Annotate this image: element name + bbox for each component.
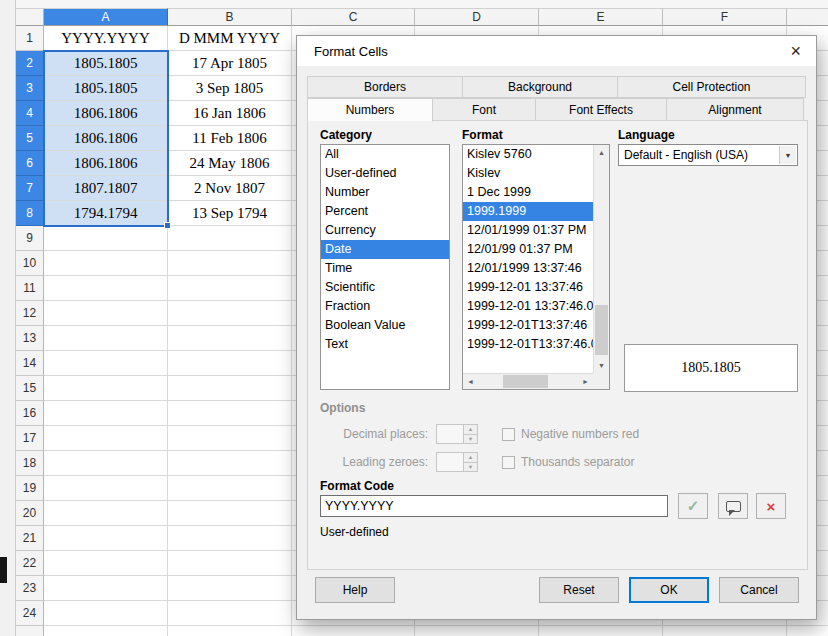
row-header-9[interactable]: 9 [16,226,44,251]
cell-B19[interactable] [168,476,292,501]
category-item-all[interactable]: All [321,145,449,164]
cell-B17[interactable] [168,426,292,451]
delete-format-button[interactable]: × [756,493,786,519]
cell-A22[interactable] [44,551,168,576]
reset-button[interactable]: Reset [539,577,619,603]
leading-zeroes-spinner[interactable]: ▲ ▼ [436,452,478,472]
row-header-7[interactable]: 7 [16,176,44,201]
cell-B3[interactable]: 3 Sep 1805 [168,76,292,101]
cell-A1[interactable]: YYYY.YYYY [44,26,168,51]
cell-B11[interactable] [168,276,292,301]
cell-A5[interactable]: 1806.1806 [44,126,168,151]
cell-B23[interactable] [168,576,292,601]
cell-A21[interactable] [44,526,168,551]
row-header-1[interactable]: 1 [16,26,44,51]
row-header-3[interactable]: 3 [16,76,44,101]
format-code-input[interactable] [320,495,668,517]
scroll-left-icon[interactable]: ◄ [463,374,478,389]
tab-font-effects[interactable]: Font Effects [535,98,667,121]
cell-A14[interactable] [44,351,168,376]
horizontal-scroll-thumb[interactable] [503,375,548,388]
cell-C[interactable] [292,626,415,636]
cell-B18[interactable] [168,451,292,476]
cell-A17[interactable] [44,426,168,451]
cell-A15[interactable] [44,376,168,401]
category-list[interactable]: AllUser-definedNumberPercentCurrencyDate… [320,144,450,390]
cell-partial[interactable] [787,626,828,636]
scroll-right-icon[interactable]: ► [578,374,593,389]
cell-B24[interactable] [168,601,292,626]
row-header-17[interactable]: 17 [16,426,44,451]
decimal-places-spinner[interactable]: ▲ ▼ [436,424,478,444]
cell-A6[interactable]: 1806.1806 [44,151,168,176]
cell-B1[interactable]: D MMM YYYY [168,26,292,51]
cell-B6[interactable]: 24 May 1806 [168,151,292,176]
format-vertical-scrollbar[interactable]: ▲ ▼ [593,145,609,373]
format-item-12-01-99-01-37-pm[interactable]: 12/01/99 01:37 PM [463,240,593,259]
tab-alignment[interactable]: Alignment [666,98,804,121]
row-header-6[interactable]: 6 [16,151,44,176]
spin-up-icon[interactable]: ▲ [464,425,477,435]
cell-B12[interactable] [168,301,292,326]
cell-A23[interactable] [44,576,168,601]
cell-B21[interactable] [168,526,292,551]
tab-borders[interactable]: Borders [307,76,463,98]
row-header-11[interactable]: 11 [16,276,44,301]
cell-B14[interactable] [168,351,292,376]
row-header-22[interactable]: 22 [16,551,44,576]
column-header-f[interactable]: F [663,8,787,26]
row-header-2[interactable]: 2 [16,51,44,76]
format-item-12-01-1999-13-37-46[interactable]: 12/01/1999 13:37:46 [463,259,593,278]
cell-D[interactable] [415,626,539,636]
row-header-partial[interactable] [16,626,44,636]
row-header-10[interactable]: 10 [16,251,44,276]
spin-up-icon[interactable]: ▲ [464,453,477,463]
format-list[interactable]: Kislev 5760Kislev1 Dec 19991999.199912/0… [462,144,610,390]
tab-background[interactable]: Background [462,76,618,98]
cell-B15[interactable] [168,376,292,401]
category-item-currency[interactable]: Currency [321,221,449,240]
row-header-21[interactable]: 21 [16,526,44,551]
cell-B8[interactable]: 13 Sep 1794 [168,201,292,226]
row-header-13[interactable]: 13 [16,326,44,351]
column-header-b[interactable]: B [168,8,292,26]
row-header-5[interactable]: 5 [16,126,44,151]
format-item-1999-12-01-13-37-46-000[interactable]: 1999-12-01 13:37:46.000 [463,297,593,316]
column-header-d[interactable]: D [415,8,539,26]
cell-A4[interactable]: 1806.1806 [44,101,168,126]
close-icon[interactable]: × [790,40,801,62]
cancel-button[interactable]: Cancel [719,577,799,603]
tab-numbers[interactable]: Numbers [307,98,433,122]
format-item-1999-1999[interactable]: 1999.1999 [463,202,593,221]
cell-A7[interactable]: 1807.1807 [44,176,168,201]
cell-B2[interactable]: 17 Apr 1805 [168,51,292,76]
cell-A3[interactable]: 1805.1805 [44,76,168,101]
category-item-fraction[interactable]: Fraction [321,297,449,316]
column-header-a[interactable]: A [44,8,168,26]
cell-A11[interactable] [44,276,168,301]
cell-A18[interactable] [44,451,168,476]
cell-F[interactable] [663,626,787,636]
cell-B16[interactable] [168,401,292,426]
cell-A10[interactable] [44,251,168,276]
cell-B5[interactable]: 11 Feb 1806 [168,126,292,151]
add-comment-button[interactable] [718,493,748,519]
row-header-4[interactable]: 4 [16,101,44,126]
tab-cell-protection[interactable]: Cell Protection [617,76,806,98]
column-header-e[interactable]: E [539,8,663,26]
cell-B20[interactable] [168,501,292,526]
tab-font[interactable]: Font [432,98,536,121]
format-item-1999-12-01-13-37-46[interactable]: 1999-12-01 13:37:46 [463,278,593,297]
column-header-partial[interactable] [787,8,828,26]
cell-B4[interactable]: 16 Jan 1806 [168,101,292,126]
cell-A16[interactable] [44,401,168,426]
cell-A13[interactable] [44,326,168,351]
format-item-kislev[interactable]: Kislev [463,164,593,183]
category-item-number[interactable]: Number [321,183,449,202]
cell-B10[interactable] [168,251,292,276]
cell-A12[interactable] [44,301,168,326]
cell-A9[interactable] [44,226,168,251]
cell-B9[interactable] [168,226,292,251]
row-header-19[interactable]: 19 [16,476,44,501]
pane-splitter-handle[interactable] [0,557,7,583]
